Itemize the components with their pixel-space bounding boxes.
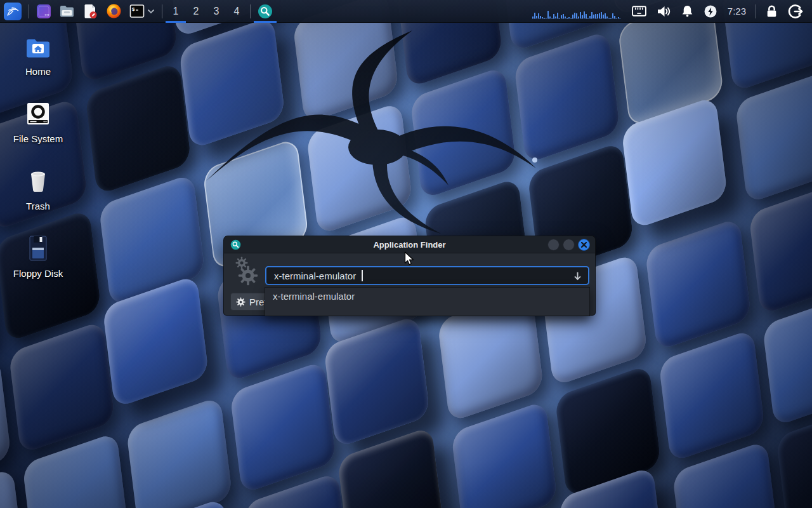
- activity-graph-bar: [587, 18, 589, 18]
- search-input-value: x-terminal-emulator: [274, 271, 356, 281]
- arrow-down-icon: [572, 271, 583, 281]
- workspace-1[interactable]: 1: [166, 0, 186, 23]
- activity-graph-bar: [582, 15, 583, 18]
- launcher-file-manager[interactable]: [55, 0, 79, 23]
- activity-graph-bar: [589, 16, 591, 18]
- volume-icon: [656, 4, 671, 19]
- activity-graph-bar: [595, 14, 596, 18]
- chevron-down-icon: [147, 9, 155, 14]
- desktop-icon-label: File System: [5, 133, 71, 144]
- activity-graph-bar: [578, 17, 579, 18]
- window-buttons: [547, 239, 590, 251]
- activity-graph-bar: [603, 15, 604, 18]
- wallpaper-cube: [0, 356, 11, 490]
- activity-graph-bar: [580, 12, 581, 18]
- clock[interactable]: 7:23: [723, 0, 751, 23]
- panel-separator: [29, 4, 29, 18]
- gear-icon: [236, 297, 246, 307]
- desktop-icon-file-system[interactable]: File System: [5, 102, 71, 144]
- notifications-indicator[interactable]: [676, 0, 698, 23]
- workspace-3[interactable]: 3: [206, 0, 226, 23]
- activity-graph-bar: [586, 14, 587, 18]
- power-manager-indicator[interactable]: [700, 0, 721, 23]
- activity-graph-bar: [608, 18, 610, 18]
- activity-graph-bar: [574, 13, 575, 19]
- desktop: $ 1 2 3 4: [0, 0, 812, 508]
- network-icon: [631, 4, 647, 18]
- trash-icon: [25, 169, 51, 194]
- activity-graph-bar: [618, 17, 619, 18]
- firefox-icon: [106, 3, 122, 19]
- minimize-button[interactable]: [547, 239, 560, 251]
- activity-graph-bar: [565, 17, 566, 18]
- logout-icon: [788, 4, 803, 19]
- wallpaper-cube: [749, 182, 812, 315]
- gears-icon: [232, 255, 261, 292]
- wallpaper-cube: [126, 396, 233, 508]
- app-finder-icon: [258, 3, 273, 20]
- activity-graph-bar: [584, 11, 585, 18]
- panel-separator: [756, 4, 756, 18]
- activity-graph-bar: [536, 16, 537, 18]
- window-titlebar[interactable]: Application Finder: [224, 236, 595, 253]
- workspace-2[interactable]: 2: [186, 0, 206, 23]
- panel-separator: [162, 4, 162, 18]
- kali-menu-button[interactable]: [0, 0, 25, 23]
- taskbar-application-finder[interactable]: [254, 0, 277, 23]
- wallpaper-cube: [230, 361, 336, 494]
- notifications-bell-icon: [680, 4, 695, 18]
- launcher-text-editor[interactable]: [79, 0, 102, 23]
- desktop-icon-trash[interactable]: Trash: [5, 169, 71, 211]
- search-input[interactable]: x-terminal-emulator: [265, 266, 589, 285]
- lock-screen-button[interactable]: [761, 0, 783, 23]
- workspace-4[interactable]: 4: [226, 0, 247, 23]
- activity-graph-bar: [591, 12, 593, 18]
- svg-text:$: $: [132, 6, 135, 12]
- activity-graph-bar: [544, 18, 545, 18]
- collapse-dropdown-button[interactable]: [572, 271, 583, 281]
- wallpaper-cube: [0, 467, 25, 508]
- close-button[interactable]: [578, 239, 590, 251]
- logout-button[interactable]: [784, 0, 807, 23]
- launcher-app-window[interactable]: [32, 0, 55, 23]
- text-editor-icon: [82, 3, 98, 19]
- activity-graph-bar: [601, 12, 602, 18]
- home-folder-icon: [25, 36, 51, 60]
- activity-graph-bar: [593, 15, 594, 18]
- close-icon: [581, 242, 587, 248]
- activity-graph-bar: [549, 17, 551, 18]
- lock-icon: [764, 4, 779, 18]
- volume-indicator[interactable]: [652, 0, 675, 23]
- wallpaper-cube: [645, 217, 751, 351]
- desktop-icon-home[interactable]: Home: [5, 36, 71, 77]
- activity-graph-bar: [570, 18, 572, 18]
- desktop-icon-label: Floppy Disk: [5, 268, 71, 279]
- activity-graph-bar: [599, 13, 600, 18]
- network-indicator[interactable]: [627, 0, 651, 23]
- activity-graph-bar: [542, 17, 543, 18]
- activity-graph-bar: [605, 13, 606, 18]
- panel-separator: [250, 4, 251, 18]
- desktop-icon-floppy-disk[interactable]: Floppy Disk: [5, 235, 71, 279]
- activity-graph-bar: [540, 16, 541, 18]
- desktop-icon-label: Home: [5, 66, 71, 77]
- activity-graph-bar: [606, 17, 608, 18]
- wallpaper-cube: [658, 329, 765, 462]
- launcher-terminal[interactable]: $: [126, 0, 159, 23]
- activity-graph-bar: [612, 13, 613, 18]
- activity-graph-bar: [561, 15, 562, 18]
- file-manager-icon: [59, 3, 75, 19]
- maximize-button[interactable]: [563, 239, 575, 251]
- activity-graph-bar: [559, 18, 560, 18]
- text-caret: [362, 270, 363, 281]
- activity-graph-bar: [553, 14, 554, 18]
- completion-item[interactable]: x-terminal-emulator: [265, 288, 589, 304]
- file-system-drive-icon: [25, 102, 51, 127]
- kali-dragon-silhouette: [162, 25, 580, 248]
- kali-menu-icon: [4, 3, 22, 20]
- launcher-firefox[interactable]: [102, 0, 126, 23]
- activity-graph-bar: [551, 18, 553, 18]
- activity-graph-bar: [597, 14, 598, 18]
- activity-graph-bar: [568, 17, 570, 18]
- wallpaper-cube: [8, 321, 115, 454]
